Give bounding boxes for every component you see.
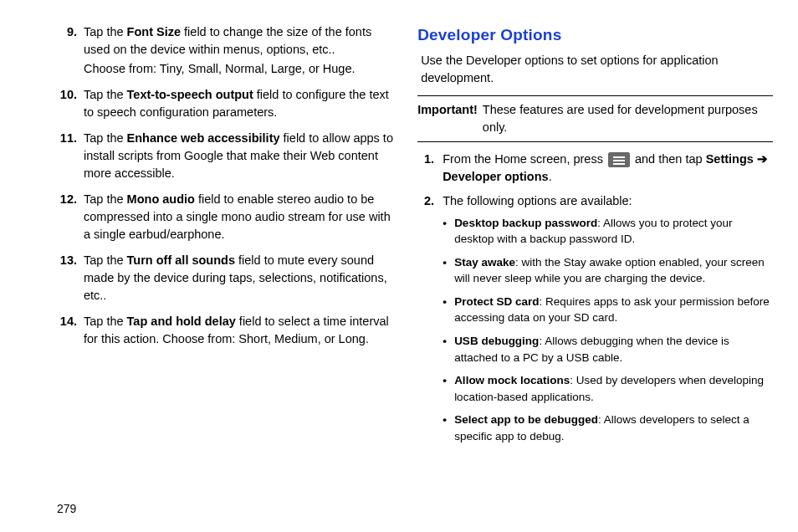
page-number: 279 (57, 502, 76, 515)
item-body: Tap the Tap and hold delay field to sele… (84, 313, 396, 350)
item-number: 9. (57, 23, 84, 79)
item-number: 10. (57, 86, 84, 123)
list-item: 12.Tap the Mono audio field to enable st… (57, 191, 396, 245)
list-item: 13.Tap the Turn off all sounds field to … (57, 252, 396, 306)
list-item: 14.Tap the Tap and hold delay field to s… (57, 313, 396, 350)
section-intro: Use the Developer options to set options… (421, 52, 773, 87)
bullet-item: •USB debugging: Allows debugging when th… (442, 333, 773, 366)
item-number: 11. (57, 130, 84, 184)
important-label: Important! (417, 101, 483, 136)
item-body: Tap the Turn off all sounds field to mut… (84, 252, 396, 306)
item-body: Tap the Font Size field to change the si… (84, 23, 396, 79)
bullet-item: •Stay awake: with the Stay awake option … (442, 254, 773, 287)
bullet-text: USB debugging: Allows debugging when the… (454, 333, 773, 366)
important-note: Important! These features are used for d… (417, 101, 773, 136)
bullet-marker: • (442, 294, 454, 326)
item-number: 12. (57, 191, 84, 245)
bullet-marker: • (442, 333, 454, 366)
bullet-item: •Allow mock locations: Used by developer… (442, 372, 773, 405)
bullet-item: •Select app to be debugged: Allows devel… (442, 412, 773, 444)
bullet-marker: • (442, 412, 454, 444)
important-text: These features are used for development … (483, 101, 773, 136)
step-body: The following options are available:•Des… (442, 192, 773, 452)
item-number: 13. (57, 252, 84, 306)
step-body: From the Home screen, press and then tap… (442, 151, 773, 186)
page: 9.Tap the Font Size field to change the … (0, 0, 798, 458)
bullet-text: Allow mock locations: Used by developers… (454, 372, 773, 405)
bullet-text: Protect SD card: Requires apps to ask yo… (454, 294, 773, 326)
bullet-text: Stay awake: with the Stay awake option e… (454, 254, 773, 287)
list-item: 10.Tap the Text-to-speech output field t… (57, 86, 396, 123)
item-body: Tap the Enhance web accessibility field … (84, 130, 396, 184)
left-column: 9.Tap the Font Size field to change the … (57, 23, 396, 458)
bullet-list: •Desktop backup password: Allows you to … (442, 215, 773, 445)
section-title: Developer Options (417, 23, 773, 47)
step-number: 1. (417, 151, 442, 186)
bullet-text: Select app to be debugged: Allows develo… (454, 412, 773, 444)
menu-icon (608, 152, 630, 167)
steps-list: 1.From the Home screen, press and then t… (417, 151, 773, 452)
item-number: 14. (57, 313, 84, 350)
bullet-item: •Protect SD card: Requires apps to ask y… (442, 294, 773, 326)
item-body: Tap the Mono audio field to enable stere… (84, 191, 396, 245)
bullet-marker: • (442, 215, 454, 248)
item-body: Tap the Text-to-speech output field to c… (84, 86, 396, 123)
right-column: Developer Options Use the Developer opti… (417, 23, 773, 458)
bullet-marker: • (442, 254, 454, 287)
bullet-marker: • (442, 372, 454, 405)
list-item: 9.Tap the Font Size field to change the … (57, 23, 396, 79)
bullet-item: •Desktop backup password: Allows you to … (442, 215, 773, 248)
bullet-text: Desktop backup password: Allows you to p… (454, 215, 773, 248)
step-item: 2.The following options are available:•D… (417, 192, 773, 452)
divider (417, 95, 773, 96)
step-number: 2. (417, 192, 442, 452)
list-item: 11.Tap the Enhance web accessibility fie… (57, 130, 396, 184)
step-item: 1.From the Home screen, press and then t… (417, 151, 773, 186)
divider (417, 141, 773, 142)
